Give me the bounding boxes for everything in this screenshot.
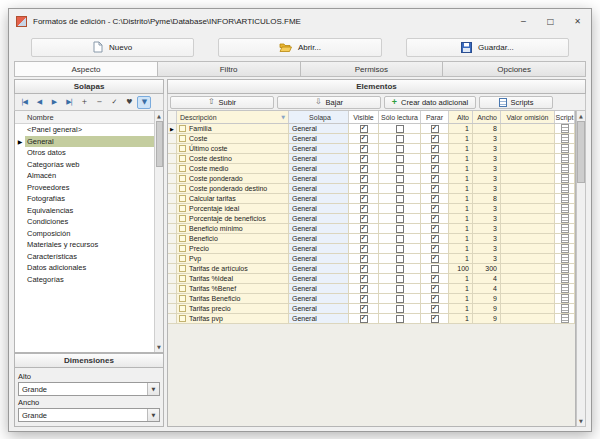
script-button[interactable] (561, 184, 569, 193)
column-header[interactable]: Visible (349, 111, 379, 123)
save-button[interactable]: Guardar... (406, 38, 569, 57)
visible-checkbox[interactable]: ✓ (360, 205, 368, 213)
cell-solapa[interactable]: General (289, 164, 349, 174)
list-item[interactable]: Otros datos (15, 147, 154, 159)
script-button[interactable] (561, 244, 569, 253)
cell-solapa[interactable]: General (289, 124, 349, 134)
solo-lectura-checkbox[interactable] (396, 165, 404, 173)
close-button[interactable]: ✕ (564, 9, 591, 33)
scroll-up-icon[interactable]: ▲ (155, 111, 163, 121)
visible-checkbox[interactable]: ✓ (360, 275, 368, 283)
add-record-icon[interactable]: + (77, 96, 91, 109)
filter-icon[interactable]: ▼ (137, 96, 151, 109)
parar-checkbox[interactable]: ✓ (431, 275, 439, 283)
visible-checkbox[interactable]: ✓ (360, 195, 368, 203)
parar-checkbox[interactable]: ✓ (431, 155, 439, 163)
script-button[interactable] (561, 314, 569, 323)
list-item[interactable]: Materiales y recursos (15, 239, 154, 251)
table-row[interactable]: Coste ponderado destinoGeneral✓✓13 (168, 184, 575, 194)
visible-checkbox[interactable]: ✓ (360, 315, 368, 323)
list-item[interactable]: Categorías (15, 274, 154, 286)
visible-checkbox[interactable]: ✓ (360, 225, 368, 233)
open-button[interactable]: Abrir... (218, 38, 381, 57)
scroll-down-icon[interactable]: ▼ (155, 342, 163, 352)
table-row[interactable]: Beneficio mínimoGeneral✓✓13 (168, 224, 575, 234)
script-button[interactable] (561, 144, 569, 153)
table-row[interactable]: Tarifas %IdealGeneral✓✓14 (168, 274, 575, 284)
table-row[interactable]: Coste ponderadoGeneral✓✓13 (168, 174, 575, 184)
script-button[interactable] (561, 264, 569, 273)
parar-checkbox[interactable]: ✓ (431, 125, 439, 133)
script-button[interactable] (561, 234, 569, 243)
visible-checkbox[interactable]: ✓ (360, 165, 368, 173)
script-button[interactable] (561, 304, 569, 313)
visible-checkbox[interactable]: ✓ (360, 255, 368, 263)
list-item[interactable]: ▶General (15, 136, 154, 148)
visible-checkbox[interactable]: ✓ (360, 245, 368, 253)
script-button[interactable] (561, 194, 569, 203)
solo-lectura-checkbox[interactable] (396, 175, 404, 183)
parar-checkbox[interactable]: ✓ (431, 165, 439, 173)
parar-checkbox[interactable]: ✓ (431, 295, 439, 303)
cell-solapa[interactable]: General (289, 314, 349, 324)
scroll-up-icon[interactable]: ▲ (577, 111, 585, 121)
scrollbar-thumb[interactable] (577, 121, 585, 183)
solo-lectura-checkbox[interactable] (396, 185, 404, 193)
column-header[interactable]: Ancho (473, 111, 501, 123)
column-header[interactable]: Script (555, 111, 575, 123)
post-record-icon[interactable]: ✓ (107, 96, 121, 109)
cell-solapa[interactable]: General (289, 254, 349, 264)
parar-checkbox[interactable]: ✓ (431, 195, 439, 203)
cell-solapa[interactable]: General (289, 284, 349, 294)
table-row[interactable]: Último costeGeneral✓✓13 (168, 144, 575, 154)
column-header[interactable]: Descripción▼ (177, 111, 289, 123)
script-button[interactable] (561, 274, 569, 283)
solo-lectura-checkbox[interactable] (396, 315, 404, 323)
tab-opciones[interactable]: Opciones (442, 61, 586, 77)
cell-solapa[interactable]: General (289, 134, 349, 144)
table-row[interactable]: Tarifas de artículosGeneral✓100300 (168, 264, 575, 274)
list-item[interactable]: Fotografías (15, 193, 154, 205)
cell-solapa[interactable]: General (289, 204, 349, 214)
solo-lectura-checkbox[interactable] (396, 245, 404, 253)
script-button[interactable] (561, 204, 569, 213)
visible-checkbox[interactable]: ✓ (360, 185, 368, 193)
list-item[interactable]: Características (15, 251, 154, 263)
solo-lectura-checkbox[interactable] (396, 285, 404, 293)
cell-solapa[interactable]: General (289, 224, 349, 234)
script-button[interactable] (561, 214, 569, 223)
table-row[interactable]: PvpGeneral✓✓13 (168, 254, 575, 264)
solo-lectura-checkbox[interactable] (396, 195, 404, 203)
parar-checkbox[interactable]: ✓ (431, 135, 439, 143)
solo-lectura-checkbox[interactable] (396, 235, 404, 243)
script-button[interactable] (561, 134, 569, 143)
parar-checkbox[interactable]: ✓ (431, 235, 439, 243)
solo-lectura-checkbox[interactable] (396, 215, 404, 223)
chevron-down-icon[interactable]: ▼ (147, 409, 159, 421)
script-button[interactable] (561, 164, 569, 173)
cell-solapa[interactable]: General (289, 154, 349, 164)
cell-solapa[interactable]: General (289, 234, 349, 244)
crear-dato-adicional-button[interactable]: + Crear dato adicional (384, 96, 476, 109)
list-item[interactable]: <Panel general> (15, 124, 154, 136)
parar-checkbox[interactable]: ✓ (431, 245, 439, 253)
solo-lectura-checkbox[interactable] (396, 265, 404, 273)
table-row[interactable]: Coste destinoGeneral✓✓13 (168, 154, 575, 164)
visible-checkbox[interactable]: ✓ (360, 295, 368, 303)
parar-checkbox[interactable]: ✓ (431, 225, 439, 233)
cell-solapa[interactable]: General (289, 274, 349, 284)
cell-solapa[interactable]: General (289, 244, 349, 254)
visible-checkbox[interactable]: ✓ (360, 235, 368, 243)
solo-lectura-checkbox[interactable] (396, 155, 404, 163)
tab-aspecto[interactable]: Aspecto (14, 61, 158, 77)
column-header[interactable]: Solapa (289, 111, 349, 123)
visible-checkbox[interactable]: ✓ (360, 125, 368, 133)
list-item[interactable]: Almacén (15, 170, 154, 182)
ancho-select[interactable]: Grande ▼ (18, 408, 160, 422)
parar-checkbox[interactable] (431, 265, 439, 273)
parar-checkbox[interactable]: ✓ (431, 315, 439, 323)
list-item[interactable]: Categorías web (15, 159, 154, 171)
script-button[interactable] (561, 174, 569, 183)
visible-checkbox[interactable]: ✓ (360, 265, 368, 273)
parar-checkbox[interactable]: ✓ (431, 185, 439, 193)
